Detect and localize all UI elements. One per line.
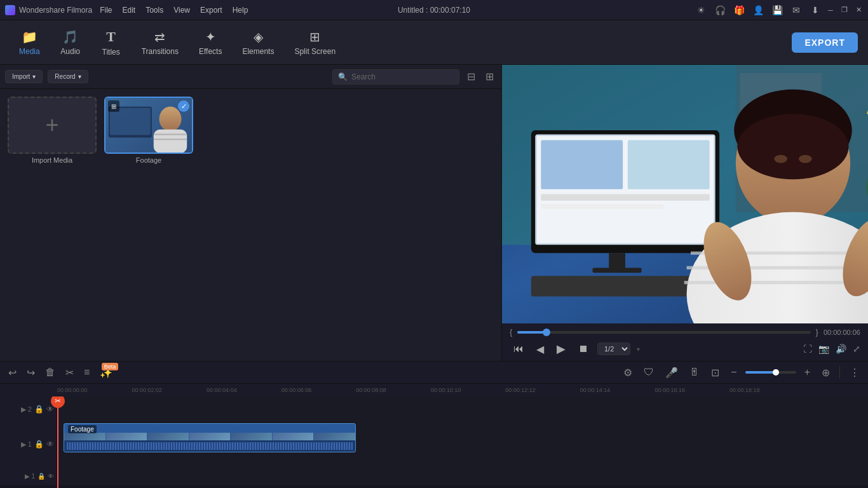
svg-rect-15 xyxy=(628,140,710,189)
tab-splitscreen-label: Split Screen xyxy=(294,47,336,56)
import-media-item[interactable]: + Import Media xyxy=(8,97,97,164)
skip-back-button[interactable]: ⏮ xyxy=(510,342,527,356)
ruler-tick-1: 00:00:02:02 xyxy=(132,387,207,393)
search-box[interactable]: 🔍 xyxy=(332,69,459,85)
track-row-2: ▶ 1 🔒 👁 Footage xyxy=(0,422,868,466)
import-dropdown[interactable]: Import ▾ xyxy=(5,70,43,83)
minimize-button[interactable]: ─ xyxy=(826,6,835,15)
track-1-lock-icon[interactable]: 🔒 xyxy=(34,405,44,414)
close-button[interactable]: ✕ xyxy=(854,6,863,15)
maximize-button[interactable]: ❐ xyxy=(840,6,849,15)
right-panel: { } 00:00:00:06 ⏮ ◀ ▶ ⏹ 1/2 Full 1/4 ▾ xyxy=(502,65,868,361)
svg-point-25 xyxy=(799,155,812,163)
bracket-left[interactable]: { xyxy=(510,327,512,337)
toolbar-separator xyxy=(839,366,840,379)
delete-button[interactable]: 🗑 xyxy=(42,365,58,379)
track-1-content[interactable] xyxy=(57,396,868,422)
screenshot-icon[interactable]: 📷 xyxy=(818,344,829,354)
quality-select[interactable]: 1/2 Full 1/4 xyxy=(597,342,630,355)
track-3-lock-icon[interactable]: 🔒 xyxy=(37,473,45,480)
track-3-eye-icon[interactable]: 👁 xyxy=(48,473,54,480)
audio-mix-button[interactable]: ≡ xyxy=(81,365,93,379)
menu-view[interactable]: View xyxy=(173,6,190,15)
track-2-lock-icon[interactable]: 🔒 xyxy=(34,440,44,449)
tab-media-label: Media xyxy=(19,47,40,56)
timeline-settings-button[interactable]: ⋮ xyxy=(846,365,863,380)
menu-file[interactable]: File xyxy=(100,6,112,15)
import-label: Import xyxy=(12,73,30,80)
grid-view-icon[interactable]: ⊞ xyxy=(483,69,496,84)
expand-icon[interactable]: ⤢ xyxy=(853,344,860,354)
save-icon[interactable]: 💾 xyxy=(771,4,783,16)
tab-media[interactable]: 📁 Media xyxy=(10,25,49,60)
track-2-eye-icon[interactable]: 👁 xyxy=(46,440,54,449)
tab-titles[interactable]: T Titles xyxy=(92,25,130,60)
menu-tools[interactable]: Tools xyxy=(146,6,163,15)
record-label: Record xyxy=(55,73,75,80)
playhead[interactable]: ✂ xyxy=(57,396,58,488)
svg-rect-14 xyxy=(541,140,623,189)
ruler-tick-9: 00:00:18:18 xyxy=(729,387,804,393)
undo-button[interactable]: ↩ xyxy=(5,365,20,380)
cut-button[interactable]: ✂ xyxy=(62,365,77,380)
zoom-in-button[interactable]: + xyxy=(801,365,813,379)
gift-icon[interactable]: 🎁 xyxy=(733,4,745,16)
tab-audio[interactable]: 🎵 Audio xyxy=(51,25,90,60)
export-button[interactable]: EXPORT xyxy=(792,32,858,53)
menu-edit[interactable]: Edit xyxy=(123,6,136,15)
track-3-content[interactable] xyxy=(57,466,868,485)
track-control-2: ▶ 1 🔒 👁 xyxy=(0,422,57,466)
add-button[interactable]: ⊕ xyxy=(818,365,833,380)
record-chevron-icon: ▾ xyxy=(78,73,81,80)
zoom-slider-handle[interactable] xyxy=(773,369,779,376)
zoom-slider-wrap xyxy=(745,371,796,374)
stop-button[interactable]: ⏹ xyxy=(574,342,592,356)
mix-button[interactable]: 🎚 xyxy=(686,365,703,379)
menu-export[interactable]: Export xyxy=(200,6,222,15)
window-controls: ─ ❐ ✕ xyxy=(826,6,863,15)
track-3-label: ▶ 1 xyxy=(25,473,35,480)
footage-media-item[interactable]: ⊞ ✓ Footage xyxy=(104,97,193,164)
preview-progress-handle[interactable] xyxy=(543,329,550,336)
account-icon[interactable]: 👤 xyxy=(752,4,764,16)
track-2-content[interactable]: Footage xyxy=(57,422,868,466)
footage-clip[interactable]: Footage xyxy=(64,423,356,452)
zoom-slider[interactable] xyxy=(745,371,796,374)
panel-subbar: Import ▾ Record ▾ 🔍 ⊟ ⊞ xyxy=(0,65,501,89)
tab-transitions-label: Transitions xyxy=(142,47,179,56)
settings-icon[interactable]: ⚙ xyxy=(620,365,635,380)
mail-icon[interactable]: ✉ xyxy=(790,4,802,16)
preview-progress-bar[interactable] xyxy=(517,331,810,334)
bracket-right[interactable]: } xyxy=(816,327,818,337)
shield-icon[interactable]: 🛡 xyxy=(641,365,657,379)
timeline-tracks: ✂ ▶ 2 🔒 👁 ▶ 1 🔒 👁 Footage xyxy=(0,396,868,488)
track-1-label: ▶ 2 xyxy=(21,405,32,414)
redo-button[interactable]: ↪ xyxy=(24,365,38,380)
title-bar-actions: ☀ 🎧 🎁 👤 💾 ✉ ⬇ xyxy=(695,4,821,16)
volume-icon[interactable]: 🔊 xyxy=(836,344,846,354)
filter-icon[interactable]: ⊟ xyxy=(465,69,478,84)
app-logo: Wondershare Filmora xyxy=(5,5,92,15)
audio-icon: 🎵 xyxy=(62,29,78,44)
fullscreen-preview-icon[interactable]: ⛶ xyxy=(803,344,812,354)
tab-splitscreen[interactable]: ⊞ Split Screen xyxy=(285,25,344,60)
download-icon[interactable]: ⬇ xyxy=(810,4,821,16)
menu-help[interactable]: Help xyxy=(233,6,248,15)
clip-label: Footage xyxy=(68,425,97,433)
tab-transitions[interactable]: ⇄ Transitions xyxy=(133,25,187,60)
mic-button[interactable]: 🎤 xyxy=(662,365,681,380)
import-media-box[interactable]: + xyxy=(8,97,97,154)
step-back-button[interactable]: ◀ xyxy=(532,342,548,356)
audio-wave-visual xyxy=(67,442,353,450)
tab-elements[interactable]: ◈ Elements xyxy=(233,25,283,60)
main-area: Import ▾ Record ▾ 🔍 ⊟ ⊞ + Import Media xyxy=(0,65,868,361)
tab-effects[interactable]: ✦ Effects xyxy=(190,25,231,60)
playhead-marker: ✂ xyxy=(51,396,65,408)
brightness-icon[interactable]: ☀ xyxy=(695,4,707,16)
crop-button[interactable]: ⊡ xyxy=(708,365,722,380)
search-input[interactable] xyxy=(351,72,454,81)
zoom-out-button[interactable]: − xyxy=(728,365,740,379)
headset-icon[interactable]: 🎧 xyxy=(714,4,726,16)
play-button[interactable]: ▶ xyxy=(553,341,569,357)
record-dropdown[interactable]: Record ▾ xyxy=(48,70,88,83)
